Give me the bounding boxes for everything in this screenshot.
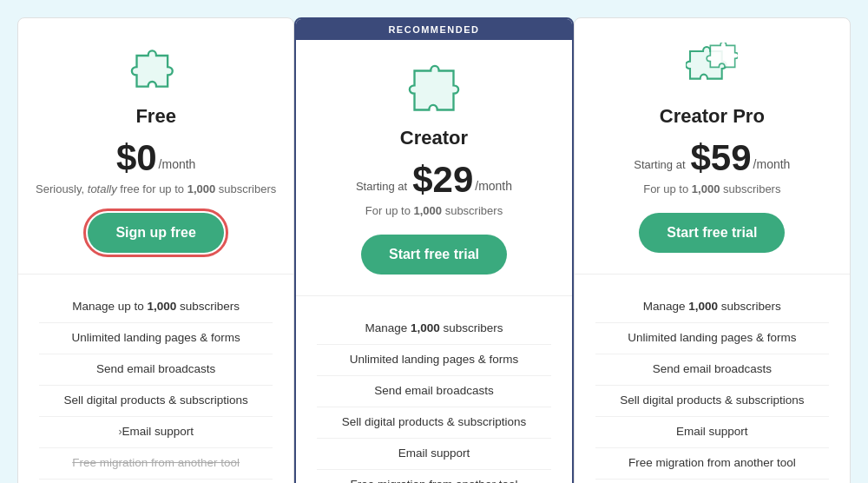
feature-item: Email support <box>595 417 829 448</box>
feature-item: Send email broadcasts <box>595 354 829 386</box>
feature-item: Email support <box>317 439 550 470</box>
feature-item: Free migration from another tool <box>317 470 550 483</box>
plan-card-creator: RECOMMENDED CreatorStarting at$29/monthF… <box>294 17 573 483</box>
pricing-table: Free$0/monthSeriously, totally free for … <box>17 17 851 483</box>
plan-card-free: Free$0/monthSeriously, totally free for … <box>17 17 294 483</box>
cta-button-creator[interactable]: Start free trial <box>361 235 507 275</box>
plan-subtitle-creator: For up to 1,000 subscribers <box>365 203 503 219</box>
feature-item: Manage up to 1,000 subscribers <box>39 292 273 323</box>
plan-header-creator: CreatorStarting at$29/monthFor up to 1,0… <box>296 40 571 296</box>
plan-icon-creator-pro <box>686 43 738 95</box>
plan-price-creator-pro: Starting at$59/month <box>634 140 790 176</box>
plan-price-creator: Starting at$29/month <box>356 162 512 198</box>
plan-features-creator: Manage 1,000 subscribersUnlimited landin… <box>296 296 571 483</box>
feature-item: Manage 1,000 subscribers <box>595 292 829 323</box>
price-period-creator: /month <box>475 179 512 193</box>
plan-features-free: Manage up to 1,000 subscribersUnlimited … <box>18 275 293 483</box>
price-starting-creator-pro: Starting at <box>634 158 685 171</box>
plan-name-creator: Creator <box>400 127 468 149</box>
plan-header-free: Free$0/monthSeriously, totally free for … <box>18 18 293 275</box>
plan-features-creator-pro: Manage 1,000 subscribersUnlimited landin… <box>575 275 850 483</box>
recommended-badge: RECOMMENDED <box>296 19 571 40</box>
cta-button-free[interactable]: Sign up free <box>88 213 223 253</box>
price-period-free: /month <box>159 157 196 171</box>
feature-item: Free migration from another tool <box>595 448 829 480</box>
feature-item: Automated funnels & sequences <box>39 480 273 483</box>
plan-header-creator-pro: Creator ProStarting at$59/monthFor up to… <box>575 18 850 275</box>
cta-button-creator-pro[interactable]: Start free trial <box>639 213 785 253</box>
plan-subtitle-free: Seriously, totally free for up to 1,000 … <box>36 182 276 197</box>
feature-item: Send email broadcasts <box>39 354 273 386</box>
feature-item: ›Email support <box>39 417 273 448</box>
feature-item: Unlimited landing pages & forms <box>595 323 829 354</box>
feature-item: Unlimited landing pages & forms <box>39 323 273 354</box>
price-amount-creator: $29 <box>412 162 473 198</box>
feature-item: Automated funnels & sequences <box>595 480 829 483</box>
plan-subtitle-creator-pro: For up to 1,000 subscribers <box>643 182 780 197</box>
feature-item: Sell digital products & subscriptions <box>39 386 273 417</box>
price-amount-free: $0 <box>116 140 157 176</box>
plan-name-creator-pro: Creator Pro <box>660 105 765 128</box>
feature-item: Unlimited landing pages & forms <box>317 345 550 376</box>
price-starting-creator: Starting at <box>356 180 407 193</box>
feature-item: Sell digital products & subscriptions <box>595 386 829 417</box>
price-amount-creator-pro: $59 <box>691 140 752 176</box>
price-period-creator-pro: /month <box>753 157 791 171</box>
plan-price-free: $0/month <box>116 140 196 176</box>
plan-icon-creator <box>408 64 460 116</box>
plan-name-free: Free <box>135 105 175 128</box>
plan-card-creator-pro: Creator ProStarting at$59/monthFor up to… <box>574 17 851 483</box>
feature-item: Sell digital products & subscriptions <box>317 407 550 439</box>
feature-arrow-icon: › <box>118 426 122 438</box>
plan-icon-free <box>130 43 182 95</box>
feature-item: Send email broadcasts <box>317 376 550 407</box>
feature-item: Manage 1,000 subscribers <box>317 314 550 345</box>
feature-item: Free migration from another tool <box>39 448 273 480</box>
